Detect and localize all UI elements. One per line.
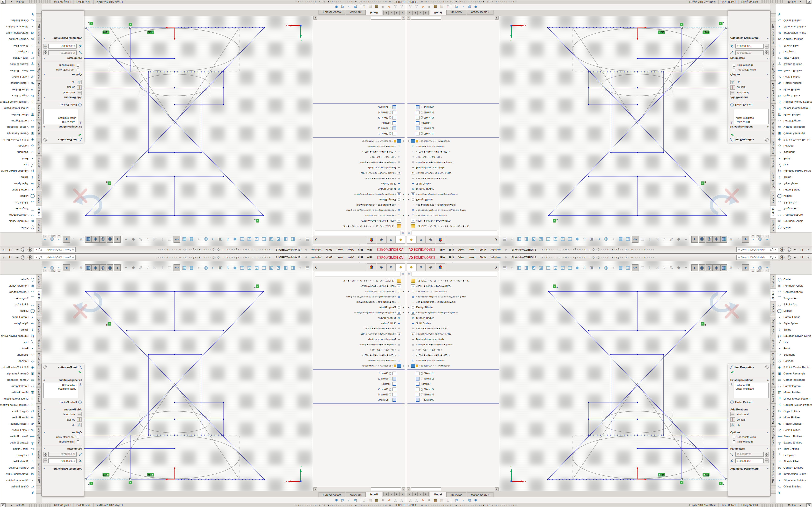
doc-close-icon[interactable]: × bbox=[765, 235, 769, 238]
tool-equation-driven-curve[interactable]: ƒxEquation Driven Curve bbox=[777, 168, 812, 174]
tool-polygon[interactable]: ◇Polygon bbox=[777, 358, 812, 364]
sketch-point[interactable] bbox=[255, 27, 256, 28]
sketch-point[interactable] bbox=[648, 71, 648, 72]
tree-row-sketch6[interactable]: (-) Sketch6 bbox=[313, 397, 405, 402]
toolbar-icon-7[interactable]: ◱ bbox=[552, 236, 559, 243]
search-input[interactable]: Search CAD Models bbox=[43, 256, 71, 259]
tree-row[interactable]: ▦○ƧƧ+3ƐƧƧ○ИN◎◦+⊃⊂3ƐƧƧ○◦○ƧƧƸ3⊃⊂+◦◎ИN○ bbox=[313, 294, 405, 299]
sketch-vertex[interactable] bbox=[174, 330, 175, 331]
tree-row-sketch2[interactable]: (-) Sketch2 bbox=[407, 126, 499, 131]
parameter-value[interactable]: 0.00000000° bbox=[735, 458, 764, 463]
sketch-vertex[interactable] bbox=[174, 418, 175, 419]
tab-data-migration[interactable]: Data Migration bbox=[36, 60, 42, 80]
sketch-vertex[interactable] bbox=[637, 291, 638, 292]
tool-3-point-arc[interactable]: ◡3 Point Arc bbox=[0, 200, 35, 206]
sketch-point[interactable] bbox=[235, 479, 236, 480]
parameter-value[interactable]: 10.88152731 bbox=[735, 452, 764, 457]
toolbar-icon-31[interactable]: ▩ bbox=[85, 264, 92, 271]
constraint-badge[interactable]: =109 bbox=[658, 31, 665, 34]
sketch-vertex[interactable] bbox=[637, 152, 638, 153]
sketch-vertex[interactable] bbox=[223, 435, 224, 436]
sketch-point[interactable] bbox=[569, 27, 570, 28]
toolbar-icon-0[interactable]: ▤ bbox=[304, 264, 311, 271]
search-icon[interactable] bbox=[40, 256, 42, 258]
status-tag-icon[interactable]: ◪ bbox=[1, 0, 6, 4]
toolbar-icon-30[interactable]: ◈ bbox=[713, 236, 720, 243]
sketch-point[interactable] bbox=[195, 479, 196, 480]
account-icon[interactable]: ◉ bbox=[780, 255, 784, 260]
sketch-point[interactable] bbox=[597, 435, 598, 436]
sketch-vertex[interactable] bbox=[588, 104, 589, 105]
tool-style-spline[interactable]: ∿Style Spline bbox=[0, 181, 35, 187]
sketch-vertex[interactable] bbox=[663, 71, 664, 72]
scrollbar-thumb[interactable] bbox=[371, 16, 401, 20]
tool-centerpoint-arc[interactable]: ◠Centerpoint Arc bbox=[777, 289, 812, 295]
help-icon[interactable]: ? bbox=[21, 248, 26, 252]
sketch-vertex[interactable] bbox=[637, 435, 638, 436]
sketch-point[interactable] bbox=[624, 71, 625, 72]
constraint-badge[interactable]: ✎3 bbox=[719, 21, 724, 25]
sketch-point[interactable] bbox=[153, 71, 154, 72]
toolbar-icon-8[interactable]: ◲ bbox=[559, 236, 566, 243]
sketch-ellipse[interactable] bbox=[602, 411, 672, 433]
sketch-point[interactable] bbox=[641, 435, 642, 436]
tree-row[interactable]: ∟○ИN◦96◦♟◎○◦○◎♟◦69◦ИN○ bbox=[407, 144, 499, 149]
menu-insert[interactable]: Insert bbox=[334, 248, 346, 251]
sketch-point[interactable] bbox=[214, 71, 215, 72]
menu-file[interactable]: File bbox=[365, 256, 374, 259]
sketch-point[interactable] bbox=[218, 479, 219, 480]
tree-row-material-not-specified[interactable]: ≔Material <not specified> bbox=[407, 165, 499, 170]
toolbar-icon-33[interactable]: ◒ bbox=[70, 236, 77, 243]
tree-row[interactable]: ▱○+Ƨ96◦♟○Ж◉I○◦○I◉Ж○♟◦69Ƨ+○ bbox=[407, 149, 499, 155]
sketch-point[interactable] bbox=[167, 71, 168, 72]
tree-row[interactable]: ▱○·◎+○Ж◉I○◦○I◉Ж○+◎·○ bbox=[407, 155, 499, 160]
sketch-point[interactable] bbox=[215, 27, 216, 28]
section-additional-parameters[interactable]: Additional Parameters˅ bbox=[730, 465, 768, 470]
tool-polygon[interactable]: ◇Polygon bbox=[0, 358, 35, 364]
tab-display-manager[interactable] bbox=[367, 236, 376, 243]
search-dropdown-icon[interactable]: ▼ bbox=[773, 249, 776, 251]
tab-configuration-manager[interactable]: ⊕ bbox=[426, 264, 435, 271]
sketch-point[interactable] bbox=[245, 27, 246, 28]
sketch-point[interactable] bbox=[208, 71, 209, 72]
tree-row-sketch1[interactable]: (-) Sketch1 bbox=[313, 131, 405, 136]
quickbar-icon-8[interactable]: ◳ bbox=[353, 5, 358, 9]
doc-tab-model[interactable]: Model bbox=[430, 492, 446, 497]
section-parameters[interactable]: Parameters˄ bbox=[44, 445, 82, 450]
menu-file[interactable]: File bbox=[438, 256, 447, 259]
sketch-point[interactable] bbox=[211, 27, 212, 28]
tool-center-rectangle[interactable]: ▣Center Rectangle bbox=[777, 370, 812, 377]
sketch-vertex[interactable] bbox=[637, 354, 638, 355]
tree-row-sketch1[interactable]: (-) Sketch1 bbox=[313, 371, 405, 376]
section-additional-parameters[interactable]: Additional Parameters˅ bbox=[44, 37, 82, 42]
toolbar-icon-19[interactable]: ▢ bbox=[166, 264, 173, 271]
expand-arrow-icon[interactable]: ▶ bbox=[407, 140, 410, 143]
sketch-point[interactable] bbox=[582, 27, 583, 28]
construction-line[interactable] bbox=[573, 28, 637, 124]
quickbar-icon-0[interactable]: ◭ bbox=[399, 5, 404, 9]
constraint-badge[interactable]: ✎3 bbox=[701, 181, 706, 185]
pin-icon[interactable]: ✒ bbox=[504, 248, 508, 252]
option-infinite-length[interactable]: Infinite length bbox=[44, 440, 82, 443]
toolbar-icon-8[interactable]: ◲ bbox=[559, 264, 566, 271]
quickbar-icon-4[interactable]: ▦ bbox=[433, 498, 438, 502]
toolbar-icon-0[interactable]: ▤ bbox=[501, 264, 508, 271]
sketch-point[interactable] bbox=[593, 435, 594, 436]
sketch-point[interactable] bbox=[188, 27, 189, 28]
construction-line[interactable] bbox=[110, 28, 175, 124]
sketch-point[interactable] bbox=[597, 71, 598, 72]
sketch-point[interactable] bbox=[633, 479, 635, 480]
sketch-point[interactable] bbox=[614, 435, 615, 436]
tree-filter-input[interactable] bbox=[412, 272, 497, 276]
search-box[interactable]: ⬙ Search CAD Models ▼ bbox=[34, 247, 75, 252]
tool-copy-entities[interactable]: ⧉Copy Entities bbox=[777, 93, 812, 99]
tab-display-manager[interactable] bbox=[436, 236, 445, 243]
sketch-point[interactable] bbox=[252, 27, 253, 28]
tool-convert-entities[interactable]: ▧Convert Entities bbox=[777, 464, 812, 471]
tree-row-sketch6[interactable]: (-) Sketch6 bbox=[313, 105, 405, 110]
toolbar-icon-29[interactable]: ◎ bbox=[706, 236, 713, 243]
spin-down-icon[interactable]: ▾ bbox=[765, 44, 768, 46]
panel-grab-handle[interactable]: ◦ bbox=[313, 243, 406, 246]
tool-trim-entities[interactable]: ✂Trim Entities bbox=[777, 55, 812, 61]
toolbar-icon-17[interactable]: ▨ bbox=[624, 236, 631, 243]
